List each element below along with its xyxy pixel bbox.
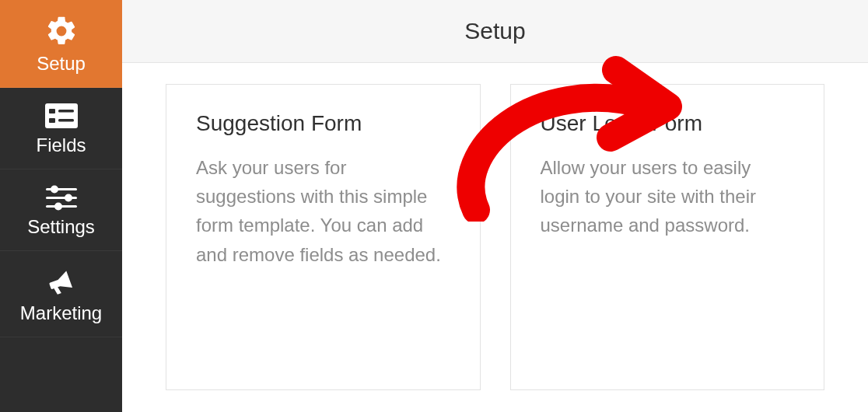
svg-rect-3 (49, 118, 55, 123)
svg-rect-0 (45, 103, 78, 128)
megaphone-icon (44, 265, 79, 298)
svg-rect-2 (58, 110, 74, 113)
page-title: Setup (464, 18, 525, 44)
sidebar-item-label: Setup (37, 53, 86, 75)
header: Setup (122, 0, 868, 63)
sidebar-item-fields[interactable]: Fields (0, 88, 122, 169)
gear-icon (44, 14, 79, 48)
sidebar-item-marketing[interactable]: Marketing (0, 251, 122, 337)
sidebar-item-settings[interactable]: Settings (0, 169, 122, 251)
sidebar-item-label: Settings (27, 216, 95, 238)
template-card-suggestion-form[interactable]: Suggestion Form Ask your users for sugge… (166, 84, 481, 390)
sidebar: Setup Fields Settings Marketing (0, 0, 122, 412)
sliders-icon (44, 183, 79, 211)
sidebar-item-label: Marketing (20, 302, 102, 324)
svg-point-10 (54, 203, 62, 211)
content: Suggestion Form Ask your users for sugge… (122, 62, 868, 412)
list-icon (44, 102, 79, 130)
svg-point-6 (51, 186, 58, 194)
main: Setup Suggestion Form Ask your users for… (122, 0, 868, 412)
template-card-user-login-form[interactable]: User Login Form Allow your users to easi… (510, 84, 825, 390)
template-card-title: Suggestion Form (196, 111, 450, 136)
template-card-desc: Allow your users to easily login to your… (541, 153, 795, 240)
svg-rect-4 (58, 119, 74, 122)
sidebar-item-label: Fields (36, 134, 86, 156)
svg-point-8 (65, 194, 72, 202)
sidebar-item-setup[interactable]: Setup (0, 0, 122, 88)
svg-rect-1 (49, 109, 55, 113)
template-card-title: User Login Form (541, 111, 795, 136)
template-card-desc: Ask your users for suggestions with this… (196, 153, 450, 269)
